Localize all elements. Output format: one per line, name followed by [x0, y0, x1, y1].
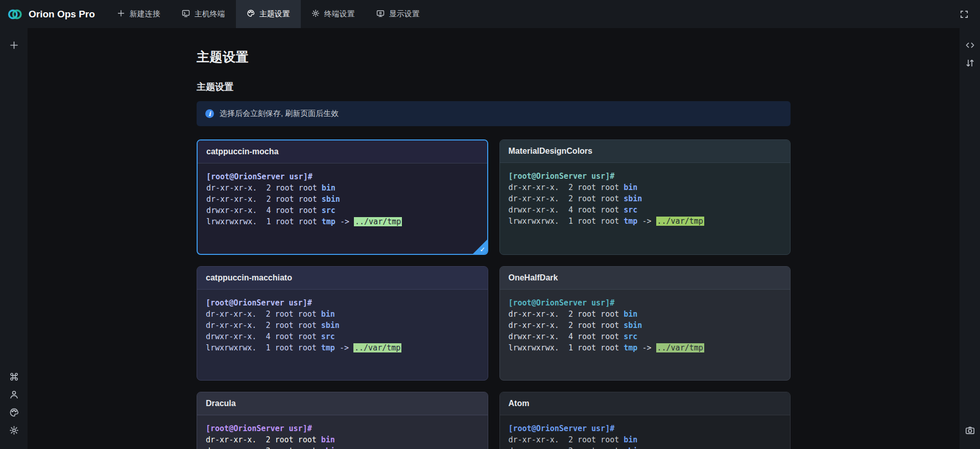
- themes-grid: catppuccin-mocha[root@OrionServer usr]#d…: [197, 139, 791, 449]
- terminal-line-text: dr-xr-xr-x. 2 root root: [509, 435, 624, 444]
- app-logo[interactable]: Orion Ops Pro: [0, 6, 106, 23]
- nav-item-新建连接[interactable]: 新建连接: [106, 0, 171, 28]
- info-icon: i: [205, 109, 214, 118]
- terminal-dir-name: bin: [321, 435, 335, 444]
- code-icon[interactable]: [963, 38, 977, 52]
- terminal-line: lrwxrwxrwx. 1 root root tmp -> ../var/tm…: [509, 342, 782, 353]
- terminal-preview: [root@OrionServer usr]#dr-xr-xr-x. 2 roo…: [500, 163, 791, 253]
- left-sidebar: [0, 28, 28, 449]
- terminal-line-text: dr-xr-xr-x. 2 root root: [509, 194, 624, 203]
- terminal-prompt: [root@OrionServer usr]#: [509, 424, 615, 433]
- terminal-icon: [182, 9, 190, 19]
- terminal-arrow: ->: [637, 217, 656, 226]
- app-title: Orion Ops Pro: [29, 9, 95, 20]
- terminal-line: drwxr-xr-x. 4 root root src: [206, 205, 479, 216]
- nav-item-label: 主题设置: [259, 9, 290, 19]
- theme-card-OneHalfDark[interactable]: OneHalfDark[root@OrionServer usr]#dr-xr-…: [499, 266, 791, 381]
- info-alert-text: 选择后会立刻保存, 刷新页面后生效: [220, 109, 339, 119]
- terminal-arrow: ->: [335, 343, 353, 352]
- terminal-dir-name: sbin: [322, 195, 340, 204]
- terminal-dir-name: src: [322, 206, 336, 215]
- terminal-prompt-line: [root@OrionServer usr]#: [206, 423, 479, 434]
- terminal-line: dr-xr-xr-x. 2 root root sbin: [206, 445, 479, 449]
- terminal-line-text: dr-xr-xr-x. 2 root root: [509, 446, 624, 449]
- command-icon[interactable]: [7, 369, 21, 384]
- terminal-line: dr-xr-xr-x. 2 root root sbin: [206, 194, 479, 205]
- sort-icon[interactable]: [963, 56, 977, 70]
- terminal-prompt-line: [root@OrionServer usr]#: [206, 297, 479, 309]
- theme-card-Dracula[interactable]: Dracula[root@OrionServer usr]#dr-xr-xr-x…: [197, 392, 488, 449]
- nav-item-主机终端[interactable]: 主机终端: [171, 0, 236, 28]
- terminal-line-text: dr-xr-xr-x. 2 root root: [206, 446, 321, 449]
- theme-icon[interactable]: [7, 405, 21, 419]
- right-sidebar: [960, 28, 980, 449]
- terminal-prompt: [root@OrionServer usr]#: [206, 172, 313, 181]
- plus-icon[interactable]: [7, 38, 21, 52]
- terminal-line-text: drwxr-xr-x. 4 root root: [509, 332, 624, 341]
- terminal-line: drwxr-xr-x. 4 root root src: [206, 331, 479, 342]
- terminal-dir-name: tmp: [624, 217, 637, 226]
- terminal-line: dr-xr-xr-x. 2 root root bin: [206, 182, 479, 194]
- nav-item-label: 终端设置: [324, 9, 355, 19]
- terminal-line: lrwxrwxrwx. 1 root root tmp -> ../var/tm…: [206, 342, 479, 353]
- terminal-prompt: [root@OrionServer usr]#: [206, 424, 312, 433]
- theme-card-title: catppuccin-mocha: [198, 140, 487, 163]
- terminal-line: dr-xr-xr-x. 2 root root sbin: [509, 320, 782, 331]
- right-sidebar-top: [963, 34, 977, 74]
- terminal-prompt-line: [root@OrionServer usr]#: [206, 171, 479, 182]
- terminal-line-text: dr-xr-xr-x. 2 root root: [206, 195, 322, 204]
- terminal-line: dr-xr-xr-x. 2 root root sbin: [509, 445, 782, 449]
- top-nav-items: 新建连接主机终端主题设置终端设置显示设置: [106, 0, 431, 28]
- terminal-dir-name: sbin: [321, 321, 340, 330]
- terminal-symlink-target: ../var/tmp: [656, 217, 704, 226]
- terminal-preview: [root@OrionServer usr]#dr-xr-xr-x. 2 roo…: [500, 415, 791, 449]
- theme-card-MaterialDesignColors[interactable]: MaterialDesignColors[root@OrionServer us…: [499, 139, 791, 255]
- left-sidebar-top: [7, 34, 21, 56]
- theme-card-title: Dracula: [197, 392, 488, 415]
- theme-card-title: OneHalfDark: [500, 267, 791, 290]
- section-title: 主题设置: [197, 81, 791, 93]
- nav-item-显示设置[interactable]: 显示设置: [366, 0, 431, 28]
- nav-item-主题设置[interactable]: 主题设置: [236, 0, 301, 28]
- camera-icon[interactable]: [963, 423, 977, 437]
- terminal-line-text: lrwxrwxrwx. 1 root root: [509, 217, 624, 226]
- theme-card-catppuccin-macchiato[interactable]: catppuccin-macchiato[root@OrionServer us…: [197, 266, 488, 381]
- terminal-line: lrwxrwxrwx. 1 root root tmp -> ../var/tm…: [206, 216, 479, 227]
- terminal-prompt: [root@OrionServer usr]#: [509, 172, 615, 181]
- gear-icon: [312, 9, 320, 19]
- gear-icon[interactable]: [7, 423, 21, 437]
- terminal-dir-name: sbin: [321, 446, 340, 449]
- top-nav: Orion Ops Pro 新建连接主机终端主题设置终端设置显示设置: [0, 0, 980, 28]
- terminal-line: dr-xr-xr-x. 2 root root bin: [509, 434, 782, 445]
- plus-icon: [117, 9, 125, 19]
- terminal-line-text: drwxr-xr-x. 4 root root: [206, 332, 321, 341]
- terminal-dir-name: bin: [321, 310, 335, 319]
- terminal-arrow: ->: [637, 343, 656, 352]
- fullscreen-button[interactable]: [948, 10, 980, 19]
- terminal-line: dr-xr-xr-x. 2 root root sbin: [206, 320, 479, 331]
- main-content: 主题设置 主题设置 i 选择后会立刻保存, 刷新页面后生效 catppuccin…: [28, 28, 960, 449]
- terminal-prompt-line: [root@OrionServer usr]#: [509, 171, 782, 182]
- terminal-line: dr-xr-xr-x. 2 root root bin: [509, 182, 782, 193]
- display-icon: [376, 9, 385, 19]
- theme-card-Atom[interactable]: Atom[root@OrionServer usr]#dr-xr-xr-x. 2…: [499, 392, 791, 449]
- theme-card-catppuccin-mocha[interactable]: catppuccin-mocha[root@OrionServer usr]#d…: [197, 139, 488, 255]
- theme-card-title: catppuccin-macchiato: [197, 267, 488, 290]
- terminal-line: dr-xr-xr-x. 2 root root bin: [206, 309, 479, 320]
- nav-item-label: 主机终端: [195, 9, 225, 19]
- terminal-dir-name: src: [321, 332, 335, 341]
- terminal-prompt: [root@OrionServer usr]#: [509, 298, 615, 308]
- terminal-line-text: lrwxrwxrwx. 1 root root: [206, 343, 321, 352]
- terminal-dir-name: bin: [624, 435, 637, 444]
- logo-icon: [6, 6, 23, 23]
- terminal-dir-name: bin: [624, 310, 637, 319]
- terminal-dir-name: src: [624, 205, 637, 215]
- terminal-preview: [root@OrionServer usr]#dr-xr-xr-x. 2 roo…: [198, 163, 487, 254]
- nav-item-终端设置[interactable]: 终端设置: [301, 0, 366, 28]
- terminal-prompt: [root@OrionServer usr]#: [206, 298, 312, 308]
- terminal-dir-name: sbin: [624, 446, 642, 449]
- terminal-line-text: drwxr-xr-x. 4 root root: [509, 205, 624, 215]
- user-icon[interactable]: [7, 387, 21, 401]
- terminal-line-text: dr-xr-xr-x. 2 root root: [509, 310, 624, 319]
- terminal-arrow: ->: [336, 217, 354, 226]
